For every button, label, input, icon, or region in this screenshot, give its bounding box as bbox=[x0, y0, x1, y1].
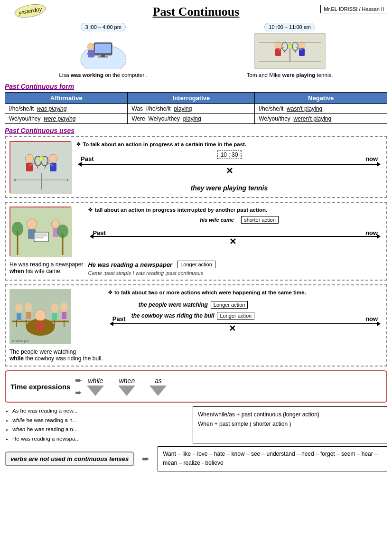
svg-rect-2 bbox=[95, 44, 111, 53]
svg-point-55 bbox=[35, 310, 46, 321]
stative-verbs-text: Want – like – love – hate – know – see –… bbox=[163, 451, 378, 466]
table-cell-aff2: We/you/they were playing bbox=[5, 114, 128, 124]
use3-content: ❖ to talk about two or more actions whic… bbox=[108, 289, 383, 346]
svg-point-5 bbox=[87, 43, 94, 50]
table-cell-neg1: I/he/she/it wasn't playing bbox=[255, 104, 387, 114]
intro-right-caption: Tom and Mike were playing tennis. bbox=[247, 72, 333, 78]
tl3-past-label: Past bbox=[112, 315, 125, 322]
tl1-arrow bbox=[81, 164, 378, 165]
use2-image bbox=[9, 207, 71, 256]
table-row: I/he/she/it was playing Was I/he/she/it … bbox=[5, 104, 387, 114]
use3-caption: The people were watching while the cowbo… bbox=[9, 348, 103, 362]
svg-rect-64 bbox=[62, 312, 66, 319]
use3-while-bold: while bbox=[9, 355, 24, 362]
table-header-negative: Negative bbox=[255, 93, 387, 104]
use3-box: Rodeo pic The people were watching while… bbox=[5, 284, 387, 367]
bullet-item: As he was reading a new... bbox=[12, 406, 189, 416]
tl2-x: ✕ bbox=[229, 236, 236, 247]
svg-text:Rodeo pic: Rodeo pic bbox=[12, 339, 29, 343]
uses-section-title: Past Continuous uses bbox=[5, 127, 387, 134]
stative-title-text: verbs are not used in continuous tenses bbox=[10, 455, 129, 462]
rule-line1: When/while/as + past continuous (longer … bbox=[198, 410, 382, 419]
bullet-item: He was reading a newspa... bbox=[12, 434, 189, 444]
tennis-image bbox=[254, 33, 326, 69]
rules-flex: As he was reading a new... while he was … bbox=[5, 406, 387, 443]
use1-image bbox=[9, 141, 71, 193]
intro-left-caption: Lisa was working on the computer . bbox=[59, 72, 148, 78]
table-cell-aff1: I/he/she/it was playing bbox=[5, 104, 128, 114]
intro-left: 3 :00 – 4:00 pm Lisa was working on the … bbox=[59, 23, 148, 78]
right-time-bubble: 10 :00 – 11:00 am bbox=[264, 23, 315, 31]
tl3-row1: the people were watching Longer action bbox=[139, 301, 356, 309]
tl3-row1-text: the people were watching bbox=[139, 301, 208, 308]
tl2-past-label: Past bbox=[93, 229, 105, 236]
svg-point-61 bbox=[51, 303, 58, 313]
table-row: We/you/they were playing Were We/you/the… bbox=[5, 114, 387, 124]
tl3-row2-text: the cowboy was riding the bull bbox=[131, 312, 215, 319]
svg-point-57 bbox=[15, 303, 23, 313]
time-expressions-title: Time expressions bbox=[10, 383, 70, 391]
lisa-image bbox=[77, 33, 130, 69]
tl1-time-box: 10 : 30 bbox=[217, 151, 242, 159]
tl3-row2: the cowboy was riding the bull Longer ac… bbox=[131, 312, 356, 320]
use1-content: ❖ To talk about an action in progress at… bbox=[76, 141, 383, 192]
use2-box: He was reading a newspaper when his wife… bbox=[5, 202, 387, 281]
svg-point-41 bbox=[27, 219, 37, 229]
use2-content: ❖ tall about an action in progress inter… bbox=[88, 207, 383, 276]
while-triangle bbox=[87, 386, 104, 396]
left-time-bubble: 3 :00 – 4:00 pm bbox=[81, 23, 125, 31]
bullet-item: when he was reading a n... bbox=[12, 425, 189, 434]
time-word-while: while bbox=[87, 377, 104, 396]
tl1-sentence: they were playing tennis bbox=[76, 184, 383, 192]
tl3-x: ✕ bbox=[229, 323, 236, 334]
tl3-arrow bbox=[112, 323, 378, 324]
tl2-now-label: now bbox=[365, 229, 378, 236]
tl2-his-wife: his wife came bbox=[200, 217, 234, 223]
use2-when-bold: when bbox=[9, 268, 24, 274]
svg-rect-43 bbox=[34, 232, 48, 242]
svg-point-21 bbox=[288, 45, 292, 48]
intro-right-bold: were playing bbox=[282, 72, 316, 78]
svg-point-63 bbox=[60, 302, 68, 312]
use2-rule: ❖ tall about an action in progress inter… bbox=[88, 207, 383, 213]
form-section-title: Past Continuous form bbox=[5, 83, 387, 90]
bullet-list: As he was reading a new... while he was … bbox=[5, 406, 189, 443]
stative-verbs-box: Want – like – love – hate – know – see –… bbox=[158, 446, 387, 471]
author-box: Mr.EL IDRISSI / Hassan II bbox=[320, 5, 387, 13]
use2-caption: He was reading a newspaper when his wife… bbox=[9, 261, 83, 274]
table-cell-int1: Was I/he/she/it playing bbox=[128, 104, 255, 114]
bullet-item: while he was reading a n... bbox=[12, 416, 189, 425]
when-triangle bbox=[118, 386, 135, 396]
table-cell-int2: Were We/you/they playing bbox=[128, 114, 255, 124]
svg-rect-62 bbox=[52, 313, 57, 320]
svg-point-35 bbox=[39, 157, 44, 161]
tl3-row1-action: Longer action bbox=[211, 301, 248, 309]
header-area: yesterday Past Continuous Mr.EL IDRISSI … bbox=[5, 5, 387, 19]
as-triangle bbox=[149, 386, 167, 396]
time-words-row: while when as bbox=[87, 377, 167, 396]
svg-rect-39 bbox=[67, 179, 68, 181]
tl1-x: ✕ bbox=[226, 166, 233, 176]
tl1-past-label: Past bbox=[81, 155, 93, 162]
svg-rect-38 bbox=[14, 179, 16, 181]
svg-point-59 bbox=[25, 302, 32, 312]
tl2-short-action-box: shorter action bbox=[241, 216, 279, 224]
table-cell-neg2: We/you/they weren't playing bbox=[255, 114, 387, 124]
tl3-now-label: now bbox=[365, 315, 378, 322]
rule-line2: When + past simple ( shorter action ) bbox=[198, 419, 382, 429]
table-header-affirmative: Affirmative bbox=[5, 93, 128, 104]
time-word-as: as bbox=[149, 377, 167, 396]
tl1-now-label: now bbox=[365, 155, 378, 162]
intro-row: 3 :00 – 4:00 pm Lisa was working on the … bbox=[5, 23, 387, 78]
rules-box: When/while/as + past continuous (longer … bbox=[193, 406, 387, 443]
use3-image: Rodeo pic bbox=[9, 289, 71, 344]
use1-box: ❖ To talk about an action in progress at… bbox=[5, 136, 387, 198]
svg-rect-58 bbox=[17, 313, 21, 320]
svg-rect-60 bbox=[26, 312, 31, 319]
time-word-when: when bbox=[118, 377, 135, 396]
grammar-table: Affirmative Interrogative Negative I/he/… bbox=[5, 92, 387, 124]
tl2-sentence: He was reading a newspaper bbox=[88, 261, 172, 268]
svg-rect-4 bbox=[98, 56, 108, 57]
table-header-interrogative: Interrogative bbox=[128, 93, 255, 104]
intro-right: 10 :00 – 11:00 am bbox=[247, 23, 333, 78]
